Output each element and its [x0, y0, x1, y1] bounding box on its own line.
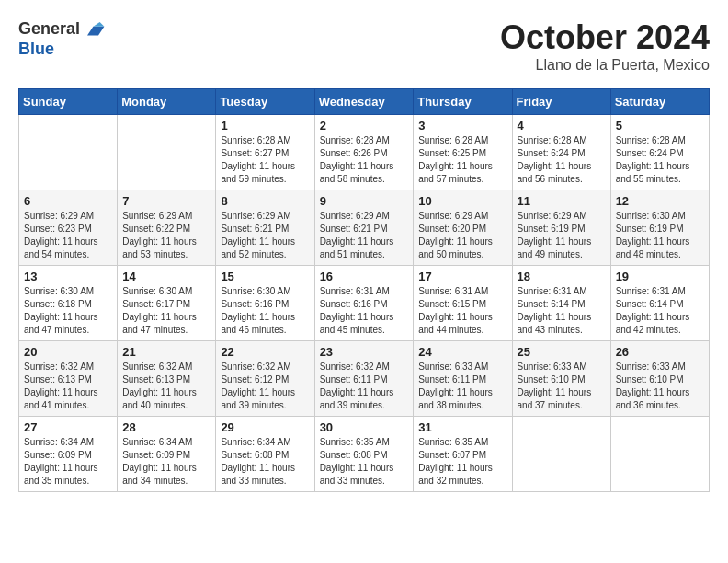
day-info: Sunrise: 6:34 AM Sunset: 6:09 PM Dayligh… — [24, 436, 112, 488]
calendar-cell: 21Sunrise: 6:32 AM Sunset: 6:13 PM Dayli… — [118, 341, 216, 417]
day-number: 25 — [518, 345, 606, 359]
day-number: 1 — [221, 119, 309, 132]
day-number: 30 — [320, 420, 409, 434]
day-info: Sunrise: 6:32 AM Sunset: 6:13 PM Dayligh… — [122, 361, 210, 412]
day-info: Sunrise: 6:35 AM Sunset: 6:07 PM Dayligh… — [418, 436, 506, 488]
weekday-header-row: SundayMondayTuesdayWednesdayThursdayFrid… — [19, 89, 710, 115]
day-info: Sunrise: 6:30 AM Sunset: 6:18 PM Dayligh… — [24, 285, 112, 337]
calendar-cell: 24Sunrise: 6:33 AM Sunset: 6:11 PM Dayli… — [414, 341, 512, 417]
calendar-cell — [610, 417, 709, 492]
day-number: 28 — [122, 420, 210, 434]
day-number: 3 — [418, 119, 506, 132]
day-info: Sunrise: 6:28 AM Sunset: 6:24 PM Dayligh… — [616, 134, 704, 186]
calendar-cell: 25Sunrise: 6:33 AM Sunset: 6:10 PM Dayli… — [512, 341, 610, 417]
day-info: Sunrise: 6:30 AM Sunset: 6:17 PM Dayligh… — [122, 285, 210, 337]
calendar-week-row: 6Sunrise: 6:29 AM Sunset: 6:23 PM Daylig… — [19, 190, 710, 266]
calendar-cell: 1Sunrise: 6:28 AM Sunset: 6:27 PM Daylig… — [216, 115, 314, 190]
day-info: Sunrise: 6:28 AM Sunset: 6:27 PM Dayligh… — [221, 134, 309, 186]
day-number: 15 — [221, 270, 309, 283]
day-info: Sunrise: 6:29 AM Sunset: 6:19 PM Dayligh… — [518, 210, 606, 261]
day-info: Sunrise: 6:32 AM Sunset: 6:12 PM Dayligh… — [221, 361, 309, 412]
calendar-cell — [512, 417, 610, 492]
day-number: 7 — [122, 194, 210, 208]
day-number: 4 — [518, 119, 606, 132]
day-info: Sunrise: 6:31 AM Sunset: 6:16 PM Dayligh… — [320, 285, 409, 337]
day-info: Sunrise: 6:33 AM Sunset: 6:11 PM Dayligh… — [418, 361, 506, 412]
calendar-cell: 30Sunrise: 6:35 AM Sunset: 6:08 PM Dayli… — [314, 417, 414, 492]
calendar-week-row: 1Sunrise: 6:28 AM Sunset: 6:27 PM Daylig… — [19, 115, 710, 190]
calendar-cell: 17Sunrise: 6:31 AM Sunset: 6:15 PM Dayli… — [414, 266, 512, 341]
day-number: 31 — [418, 420, 506, 434]
weekday-header-thursday: Thursday — [414, 89, 512, 115]
calendar-cell — [118, 115, 216, 190]
day-info: Sunrise: 6:34 AM Sunset: 6:08 PM Dayligh… — [221, 436, 309, 488]
logo-blue: Blue — [18, 40, 106, 59]
day-info: Sunrise: 6:32 AM Sunset: 6:11 PM Dayligh… — [320, 361, 409, 412]
logo-general: General — [18, 20, 80, 39]
day-number: 17 — [418, 270, 506, 283]
calendar-cell: 20Sunrise: 6:32 AM Sunset: 6:13 PM Dayli… — [19, 341, 118, 417]
calendar-cell: 10Sunrise: 6:29 AM Sunset: 6:20 PM Dayli… — [414, 190, 512, 266]
day-info: Sunrise: 6:31 AM Sunset: 6:15 PM Dayligh… — [418, 285, 506, 337]
calendar-cell: 15Sunrise: 6:30 AM Sunset: 6:16 PM Dayli… — [216, 266, 314, 341]
day-info: Sunrise: 6:34 AM Sunset: 6:09 PM Dayligh… — [122, 436, 210, 488]
calendar-cell: 7Sunrise: 6:29 AM Sunset: 6:22 PM Daylig… — [118, 190, 216, 266]
day-number: 26 — [616, 345, 704, 359]
svg-marker-1 — [93, 22, 104, 27]
day-number: 13 — [24, 270, 112, 283]
day-number: 27 — [24, 420, 112, 434]
day-number: 19 — [616, 270, 704, 283]
day-info: Sunrise: 6:30 AM Sunset: 6:19 PM Dayligh… — [616, 210, 704, 261]
calendar-table: SundayMondayTuesdayWednesdayThursdayFrid… — [18, 88, 710, 492]
day-info: Sunrise: 6:35 AM Sunset: 6:08 PM Dayligh… — [320, 436, 409, 488]
day-info: Sunrise: 6:29 AM Sunset: 6:21 PM Dayligh… — [320, 210, 409, 261]
calendar-cell: 18Sunrise: 6:31 AM Sunset: 6:14 PM Dayli… — [512, 266, 610, 341]
day-info: Sunrise: 6:31 AM Sunset: 6:14 PM Dayligh… — [518, 285, 606, 337]
day-info: Sunrise: 6:33 AM Sunset: 6:10 PM Dayligh… — [616, 361, 704, 412]
day-number: 24 — [418, 345, 506, 359]
calendar-cell: 19Sunrise: 6:31 AM Sunset: 6:14 PM Dayli… — [610, 266, 709, 341]
calendar-cell: 29Sunrise: 6:34 AM Sunset: 6:08 PM Dayli… — [216, 417, 314, 492]
calendar-cell: 8Sunrise: 6:29 AM Sunset: 6:21 PM Daylig… — [216, 190, 314, 266]
calendar-week-row: 13Sunrise: 6:30 AM Sunset: 6:18 PM Dayli… — [19, 266, 710, 341]
page-header: General Blue October 2024 Llano de la Pu… — [18, 18, 710, 74]
day-number: 29 — [221, 420, 309, 434]
weekday-header-wednesday: Wednesday — [314, 89, 414, 115]
day-number: 6 — [24, 194, 112, 208]
day-number: 12 — [616, 194, 704, 208]
title-area: October 2024 Llano de la Puerta, Mexico — [500, 18, 710, 74]
calendar-cell: 13Sunrise: 6:30 AM Sunset: 6:18 PM Dayli… — [19, 266, 118, 341]
calendar-cell: 22Sunrise: 6:32 AM Sunset: 6:12 PM Dayli… — [216, 341, 314, 417]
calendar-cell: 9Sunrise: 6:29 AM Sunset: 6:21 PM Daylig… — [314, 190, 414, 266]
day-info: Sunrise: 6:30 AM Sunset: 6:16 PM Dayligh… — [221, 285, 309, 337]
calendar-cell: 28Sunrise: 6:34 AM Sunset: 6:09 PM Dayli… — [118, 417, 216, 492]
calendar-cell: 23Sunrise: 6:32 AM Sunset: 6:11 PM Dayli… — [314, 341, 414, 417]
day-info: Sunrise: 6:29 AM Sunset: 6:22 PM Dayligh… — [122, 210, 210, 261]
day-info: Sunrise: 6:31 AM Sunset: 6:14 PM Dayligh… — [616, 285, 704, 337]
weekday-header-tuesday: Tuesday — [216, 89, 314, 115]
weekday-header-saturday: Saturday — [610, 89, 709, 115]
weekday-header-friday: Friday — [512, 89, 610, 115]
calendar-cell: 3Sunrise: 6:28 AM Sunset: 6:25 PM Daylig… — [414, 115, 512, 190]
calendar-cell: 2Sunrise: 6:28 AM Sunset: 6:26 PM Daylig… — [314, 115, 414, 190]
day-number: 9 — [320, 194, 409, 208]
day-info: Sunrise: 6:28 AM Sunset: 6:24 PM Dayligh… — [518, 134, 606, 186]
calendar-cell: 27Sunrise: 6:34 AM Sunset: 6:09 PM Dayli… — [19, 417, 118, 492]
weekday-header-monday: Monday — [118, 89, 216, 115]
day-number: 22 — [221, 345, 309, 359]
day-info: Sunrise: 6:28 AM Sunset: 6:25 PM Dayligh… — [418, 134, 506, 186]
day-number: 8 — [221, 194, 309, 208]
calendar-cell: 26Sunrise: 6:33 AM Sunset: 6:10 PM Dayli… — [610, 341, 709, 417]
day-info: Sunrise: 6:29 AM Sunset: 6:23 PM Dayligh… — [24, 210, 112, 261]
day-number: 23 — [320, 345, 409, 359]
day-info: Sunrise: 6:29 AM Sunset: 6:20 PM Dayligh… — [418, 210, 506, 261]
day-number: 20 — [24, 345, 112, 359]
day-info: Sunrise: 6:33 AM Sunset: 6:10 PM Dayligh… — [518, 361, 606, 412]
logo: General Blue — [18, 18, 106, 59]
calendar-cell: 14Sunrise: 6:30 AM Sunset: 6:17 PM Dayli… — [118, 266, 216, 341]
day-info: Sunrise: 6:28 AM Sunset: 6:26 PM Dayligh… — [320, 134, 409, 186]
calendar-week-row: 20Sunrise: 6:32 AM Sunset: 6:13 PM Dayli… — [19, 341, 710, 417]
calendar-cell — [19, 115, 118, 190]
calendar-week-row: 27Sunrise: 6:34 AM Sunset: 6:09 PM Dayli… — [19, 417, 710, 492]
day-number: 21 — [122, 345, 210, 359]
